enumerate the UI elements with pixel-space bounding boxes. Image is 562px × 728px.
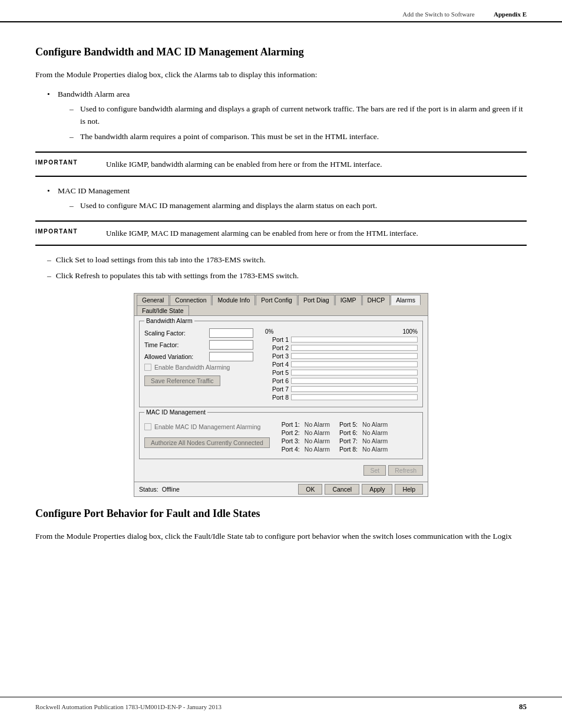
save-reference-button[interactable]: Save Reference Traffic: [144, 375, 220, 386]
mac-port-5-label: Port 5:: [339, 421, 360, 428]
bandwidth-alarm-grid: Scaling Factor: Time Factor: Allowed Var…: [144, 328, 418, 402]
bw-port-4-label: Port 4: [265, 361, 289, 368]
bw-port-2-row: Port 2: [265, 344, 418, 351]
bandwidth-alarm-left: Scaling Factor: Time Factor: Allowed Var…: [144, 328, 253, 402]
allowed-variation-row: Allowed Variation:: [144, 352, 253, 361]
apply-button[interactable]: Apply: [362, 484, 392, 495]
bandwidth-alarm-label: Bandwidth Alarm: [144, 317, 194, 324]
mac-id-left: Enable MAC ID Management Alarming Author…: [144, 421, 270, 454]
enable-mac-label: Enable MAC ID Management Alarming: [154, 423, 260, 430]
tab-dhcp[interactable]: DHCP: [362, 295, 391, 305]
cancel-button[interactable]: Cancel: [325, 484, 359, 495]
enable-bandwidth-checkbox[interactable]: [144, 364, 151, 371]
footer-publication: Rockwell Automation Publication 1783-UM0…: [35, 703, 222, 710]
dash-list-mac: Used to configure MAC ID management alar…: [70, 200, 527, 212]
mac-port-3: Port 3: No Alarm: [282, 437, 330, 444]
mac-ports-row-2: Port 2: No Alarm Port 6: No Alarm: [282, 429, 418, 436]
status-area: Status: Offline: [139, 486, 180, 493]
bullet-list-bandwidth: Bandwidth Alarm area Used to configure b…: [47, 88, 527, 143]
header-section-title: Add the Switch to Software: [402, 11, 474, 18]
bw-port-4-bar: [291, 361, 418, 367]
mac-ports-row-3: Port 3: No Alarm Port 7: No Alarm: [282, 437, 418, 444]
mac-id-right: Port 1: No Alarm Port 5: No Alarm Port 2…: [282, 421, 418, 454]
bw-port-8-row: Port 8: [265, 394, 418, 401]
bw-port-1-bar: [291, 337, 418, 342]
mac-port-4-status: No Alarm: [305, 446, 330, 453]
bw-port-6-row: Port 6: [265, 377, 418, 384]
bw-port-5-row: Port 5: [265, 369, 418, 376]
mac-port-7: Port 7: No Alarm: [339, 437, 388, 444]
bw-port-2-label: Port 2: [265, 344, 289, 351]
tab-port-config[interactable]: Port Config: [256, 295, 297, 305]
mac-ports-row-1: Port 1: No Alarm Port 5: No Alarm: [282, 421, 418, 428]
mac-port-1-status: No Alarm: [305, 421, 330, 428]
important-box-2: IMPORTANT Unlike IGMP, MAC ID management…: [35, 220, 527, 246]
mac-port-2: Port 2: No Alarm: [282, 429, 330, 436]
bandwidth-alarm-right: 0% 100% Port 1 Port 2 Port 3: [265, 328, 418, 402]
mac-port-8-status: No Alarm: [362, 446, 388, 453]
bw-port-3-row: Port 3: [265, 353, 418, 360]
mac-port-5-status: No Alarm: [362, 421, 388, 428]
mac-port-6: Port 6: No Alarm: [339, 429, 388, 436]
help-button[interactable]: Help: [395, 484, 423, 495]
dash-item-mac-1: Used to configure MAC ID management alar…: [70, 200, 527, 212]
list-item-mac-id: MAC ID Management Used to configure MAC …: [47, 185, 527, 212]
mac-port-5: Port 5: No Alarm: [339, 421, 388, 428]
bw-port-4-row: Port 4: [265, 361, 418, 368]
list-item-bandwidth-alarm: Bandwidth Alarm area Used to configure b…: [47, 88, 527, 143]
important-text-2: Unlike IGMP, MAC ID management alarming …: [106, 228, 527, 239]
tab-alarms[interactable]: Alarms: [391, 295, 421, 305]
section-intro-bandwidth: From the Module Properties dialog box, c…: [35, 69, 527, 81]
enable-bandwidth-label: Enable Bandwidth Alarming: [154, 364, 230, 371]
mac-port-8-label: Port 8:: [339, 446, 360, 453]
bw-port-7-label: Port 7: [265, 386, 289, 393]
mac-port-3-status: No Alarm: [305, 437, 330, 444]
refresh-button[interactable]: Refresh: [388, 465, 423, 476]
bandwidth-alarm-group: Bandwidth Alarm Scaling Factor: Time Fac…: [139, 321, 423, 407]
bw-scale: 0% 100%: [265, 328, 418, 335]
important-label-2: IMPORTANT: [35, 228, 106, 239]
authorize-nodes-button[interactable]: Authorize All Nodes Currently Connected: [144, 437, 270, 448]
mac-ports-row-4: Port 4: No Alarm Port 8: No Alarm: [282, 446, 418, 453]
enable-mac-checkbox[interactable]: [144, 423, 151, 430]
bw-port-5-bar: [291, 370, 418, 375]
bw-port-5-label: Port 5: [265, 369, 289, 376]
mac-port-4: Port 4: No Alarm: [282, 446, 330, 453]
mac-port-4-label: Port 4:: [282, 446, 302, 453]
tab-port-diag[interactable]: Port Diag: [298, 295, 335, 305]
tab-general[interactable]: General: [137, 295, 169, 305]
status-buttons: OK Cancel Apply Help: [298, 484, 423, 495]
status-text-label: Status:: [139, 486, 160, 493]
header-appendix: Appendix E: [494, 11, 527, 18]
bw-port-3-bar: [291, 353, 418, 359]
scaling-factor-label: Scaling Factor:: [144, 330, 209, 337]
mac-port-2-label: Port 2:: [282, 429, 302, 436]
page-header: Add the Switch to Software Appendix E: [0, 0, 562, 22]
section-heading-bandwidth: Configure Bandwidth and MAC ID Managemen…: [35, 46, 527, 58]
time-factor-row: Time Factor:: [144, 340, 253, 350]
mac-port-1: Port 1: No Alarm: [282, 421, 330, 428]
bw-port-1-row: Port 1: [265, 336, 418, 343]
allowed-variation-input[interactable]: [209, 352, 253, 361]
time-factor-input[interactable]: [209, 340, 253, 350]
footer-page-number: 85: [519, 702, 527, 711]
page-content: Configure Bandwidth and MAC ID Managemen…: [0, 22, 562, 574]
important-box-1: IMPORTANT Unlike IGMP, bandwidth alarmin…: [35, 151, 527, 177]
bw-port-6-label: Port 6: [265, 377, 289, 384]
tab-fault-idle[interactable]: Fault/Idle State: [137, 305, 189, 315]
mac-port-6-label: Port 6:: [339, 429, 360, 436]
tab-connection[interactable]: Connection: [170, 295, 211, 305]
tab-module-info[interactable]: Module Info: [212, 295, 255, 305]
mac-id-label: MAC ID Management: [144, 409, 207, 416]
page-footer: Rockwell Automation Publication 1783-UM0…: [0, 697, 562, 716]
bw-port-2-bar: [291, 345, 418, 351]
bw-port-6-bar: [291, 378, 418, 384]
set-button[interactable]: Set: [363, 465, 386, 476]
tab-igmp[interactable]: IGMP: [335, 295, 362, 305]
mac-port-7-label: Port 7:: [339, 437, 360, 444]
ok-button[interactable]: OK: [298, 484, 322, 495]
set-refresh-row: Set Refresh: [139, 464, 423, 477]
scaling-factor-row: Scaling Factor:: [144, 328, 253, 338]
scaling-factor-input[interactable]: [209, 328, 253, 338]
mac-port-2-status: No Alarm: [305, 429, 330, 436]
